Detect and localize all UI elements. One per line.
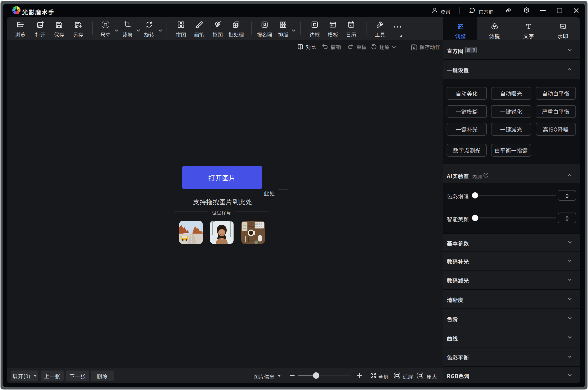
svg-text:?: ? xyxy=(485,173,487,177)
svg-text:12: 12 xyxy=(350,24,353,27)
